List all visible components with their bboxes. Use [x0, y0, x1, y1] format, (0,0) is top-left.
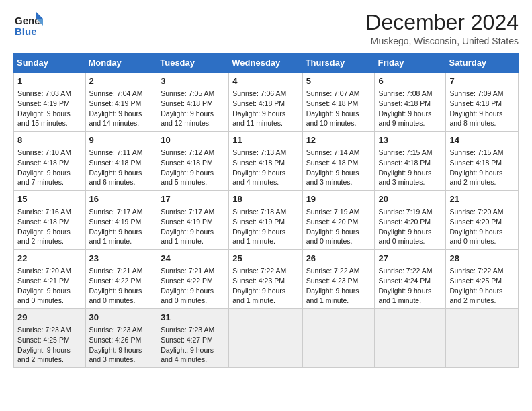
day-number: 18: [232, 193, 298, 205]
sunrise-text: Sunrise: 7:15 AM: [449, 148, 503, 156]
sunrise-text: Sunrise: 7:22 AM: [378, 267, 432, 275]
sunset-text: Sunset: 4:18 PM: [89, 158, 142, 167]
sunset-text: Sunset: 4:26 PM: [89, 336, 142, 344]
sunrise-text: Sunrise: 7:10 AM: [17, 148, 71, 156]
sunrise-text: Sunrise: 7:23 AM: [89, 326, 143, 334]
calendar-cell: 9 Sunrise: 7:11 AM Sunset: 4:18 PM Dayli…: [85, 132, 157, 191]
sunrise-text: Sunrise: 7:06 AM: [232, 89, 286, 97]
sunset-text: Sunset: 4:19 PM: [17, 99, 70, 107]
sunset-text: Sunset: 4:21 PM: [17, 277, 70, 285]
daylight-text: Daylight: 9 hours and 0 minutes.: [17, 287, 71, 305]
calendar-cell: 10 Sunrise: 7:12 AM Sunset: 4:18 PM Dayl…: [157, 132, 229, 191]
sunrise-text: Sunrise: 7:03 AM: [17, 89, 71, 97]
day-number: 9: [89, 134, 154, 146]
daylight-text: Daylight: 9 hours and 7 minutes.: [17, 169, 71, 187]
sunset-text: Sunset: 4:18 PM: [161, 99, 213, 107]
day-number: 27: [378, 253, 442, 265]
calendar-cell: 22 Sunrise: 7:20 AM Sunset: 4:21 PM Dayl…: [14, 250, 86, 309]
sunset-text: Sunset: 4:25 PM: [17, 336, 70, 344]
day-number: 21: [449, 193, 515, 205]
calendar-cell: [229, 309, 302, 368]
calendar-cell: 26 Sunrise: 7:22 AM Sunset: 4:23 PM Dayl…: [302, 250, 375, 309]
col-friday: Friday: [375, 54, 446, 73]
calendar-week-row: 22 Sunrise: 7:20 AM Sunset: 4:21 PM Dayl…: [14, 250, 519, 309]
sunset-text: Sunset: 4:18 PM: [232, 158, 285, 167]
daylight-text: Daylight: 9 hours and 0 minutes.: [89, 287, 142, 305]
calendar-cell: 14 Sunrise: 7:15 AM Sunset: 4:18 PM Dayl…: [446, 132, 519, 191]
daylight-text: Daylight: 9 hours and 15 minutes.: [17, 109, 71, 128]
calendar-week-row: 15 Sunrise: 7:16 AM Sunset: 4:18 PM Dayl…: [14, 191, 519, 250]
sunset-text: Sunset: 4:19 PM: [89, 99, 142, 107]
calendar-cell: 2 Sunrise: 7:04 AM Sunset: 4:19 PM Dayli…: [85, 73, 157, 132]
daylight-text: Daylight: 9 hours and 3 minutes.: [89, 346, 142, 364]
sunrise-text: Sunrise: 7:22 AM: [449, 267, 503, 275]
daylight-text: Daylight: 9 hours and 14 minutes.: [89, 109, 142, 128]
header: General Blue December 2024 Muskego, Wisc…: [13, 11, 519, 46]
daylight-text: Daylight: 9 hours and 2 minutes.: [17, 346, 71, 364]
sunrise-text: Sunrise: 7:04 AM: [89, 89, 143, 97]
daylight-text: Daylight: 9 hours and 2 minutes.: [449, 287, 502, 305]
sunrise-text: Sunrise: 7:18 AM: [232, 208, 286, 216]
sunset-text: Sunset: 4:27 PM: [161, 336, 213, 344]
sunrise-text: Sunrise: 7:23 AM: [17, 326, 71, 334]
sunset-text: Sunset: 4:23 PM: [232, 277, 285, 285]
daylight-text: Daylight: 9 hours and 5 minutes.: [161, 169, 214, 187]
day-number: 23: [89, 253, 154, 265]
sunrise-text: Sunrise: 7:20 AM: [449, 208, 503, 216]
logo-icon: General Blue: [13, 11, 43, 40]
day-number: 2: [89, 75, 154, 87]
sunrise-text: Sunrise: 7:21 AM: [161, 267, 214, 275]
calendar-cell: 1 Sunrise: 7:03 AM Sunset: 4:19 PM Dayli…: [14, 73, 86, 132]
daylight-text: Daylight: 9 hours and 4 minutes.: [232, 169, 285, 187]
sunrise-text: Sunrise: 7:20 AM: [17, 267, 71, 275]
sunset-text: Sunset: 4:18 PM: [449, 158, 502, 167]
sunrise-text: Sunrise: 7:23 AM: [161, 326, 214, 334]
calendar-cell: 16 Sunrise: 7:17 AM Sunset: 4:19 PM Dayl…: [85, 191, 157, 250]
calendar-cell: 11 Sunrise: 7:13 AM Sunset: 4:18 PM Dayl…: [229, 132, 302, 191]
daylight-text: Daylight: 9 hours and 3 minutes.: [378, 169, 431, 187]
day-number: 29: [17, 312, 82, 324]
daylight-text: Daylight: 9 hours and 11 minutes.: [232, 109, 285, 128]
calendar-week-row: 1 Sunrise: 7:03 AM Sunset: 4:19 PM Dayli…: [14, 73, 519, 132]
col-tuesday: Tuesday: [157, 54, 229, 73]
day-number: 30: [89, 312, 154, 324]
day-number: 26: [306, 253, 371, 265]
calendar-week-row: 8 Sunrise: 7:10 AM Sunset: 4:18 PM Dayli…: [14, 132, 519, 191]
sunset-text: Sunset: 4:19 PM: [89, 218, 142, 226]
sunset-text: Sunset: 4:18 PM: [306, 158, 359, 167]
day-number: 8: [17, 134, 82, 146]
calendar-cell: 5 Sunrise: 7:07 AM Sunset: 4:18 PM Dayli…: [302, 73, 375, 132]
sunrise-text: Sunrise: 7:05 AM: [161, 89, 214, 97]
sunset-text: Sunset: 4:25 PM: [449, 277, 502, 285]
daylight-text: Daylight: 9 hours and 2 minutes.: [449, 169, 502, 187]
sunset-text: Sunset: 4:20 PM: [449, 218, 502, 226]
sunset-text: Sunset: 4:18 PM: [232, 99, 285, 107]
sunrise-text: Sunrise: 7:09 AM: [449, 89, 503, 97]
daylight-text: Daylight: 9 hours and 8 minutes.: [449, 109, 502, 128]
col-wednesday: Wednesday: [229, 54, 302, 73]
day-number: 25: [232, 253, 298, 265]
day-number: 14: [449, 134, 515, 146]
sunrise-text: Sunrise: 7:13 AM: [232, 148, 286, 156]
calendar-cell: 23 Sunrise: 7:21 AM Sunset: 4:22 PM Dayl…: [85, 250, 157, 309]
day-number: 24: [161, 253, 225, 265]
calendar-cell: 21 Sunrise: 7:20 AM Sunset: 4:20 PM Dayl…: [446, 191, 519, 250]
calendar-cell: 18 Sunrise: 7:18 AM Sunset: 4:19 PM Dayl…: [229, 191, 302, 250]
sunset-text: Sunset: 4:20 PM: [306, 218, 359, 226]
daylight-text: Daylight: 9 hours and 12 minutes.: [161, 109, 214, 128]
day-number: 28: [449, 253, 515, 265]
day-number: 5: [306, 75, 371, 87]
svg-text:Blue: Blue: [15, 26, 37, 37]
sunset-text: Sunset: 4:23 PM: [306, 277, 359, 285]
sunset-text: Sunset: 4:18 PM: [17, 158, 70, 167]
calendar-cell: 31 Sunrise: 7:23 AM Sunset: 4:27 PM Dayl…: [157, 309, 229, 368]
sunrise-text: Sunrise: 7:17 AM: [89, 208, 143, 216]
sunset-text: Sunset: 4:22 PM: [161, 277, 213, 285]
sunset-text: Sunset: 4:19 PM: [232, 218, 285, 226]
daylight-text: Daylight: 9 hours and 1 minute.: [232, 287, 285, 305]
calendar-cell: 17 Sunrise: 7:17 AM Sunset: 4:19 PM Dayl…: [157, 191, 229, 250]
col-saturday: Saturday: [446, 54, 519, 73]
day-number: 6: [378, 75, 442, 87]
day-number: 3: [161, 75, 225, 87]
sunrise-text: Sunrise: 7:11 AM: [89, 148, 143, 156]
